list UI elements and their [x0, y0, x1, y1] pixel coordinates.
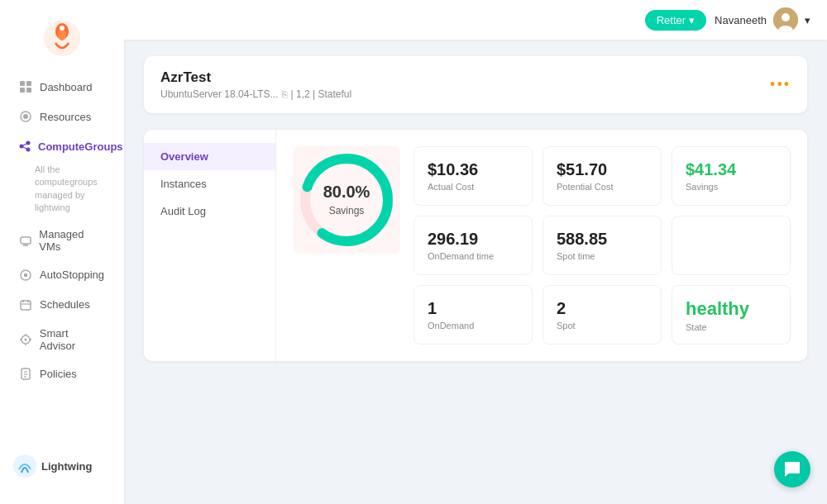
sidebar-item-smart-advisor[interactable]: Smart Advisor: [5, 321, 119, 359]
donut-label: Savings: [329, 205, 365, 216]
resource-card: AzrTest UbuntuServer 18.04-LTS... ⎘ | 1,…: [144, 56, 807, 113]
chat-icon: [783, 460, 801, 478]
ondemand-time-label: OnDemand time: [428, 251, 519, 261]
svg-point-36: [782, 13, 790, 21]
sidebar-footer: Lightwing: [0, 441, 124, 491]
resource-subtitle-text: UbuntuServer 18.04-LTS...: [160, 88, 279, 100]
sidebar-item-managed-vms-label: Managed VMs: [39, 228, 106, 253]
spot-time-label: Spot time: [557, 251, 648, 261]
svg-rect-4: [20, 81, 25, 86]
sidebar-item-resources[interactable]: Resources: [5, 102, 119, 131]
actual-cost-label: Actual Cost: [428, 182, 519, 192]
retter-button-label: Retter: [657, 14, 686, 26]
svg-rect-15: [21, 237, 31, 244]
dashboard-icon: [18, 79, 33, 94]
svg-rect-6: [20, 88, 25, 93]
sidebar-item-managed-vms[interactable]: Managed VMs: [5, 221, 119, 259]
schedules-icon: [18, 297, 33, 312]
compute-groups-subtitle: All the computegroups managed by lightwi…: [0, 162, 124, 220]
app-logo-icon: [44, 20, 80, 56]
sidebar-item-policies[interactable]: Policies: [5, 360, 119, 388]
stats-grid: $10.36 Actual Cost $51.70 Potential Cost…: [414, 146, 791, 345]
chat-button[interactable]: [774, 451, 810, 487]
stat-ondemand: 1 OnDemand: [414, 285, 533, 345]
ondemand-label: OnDemand: [428, 321, 519, 330]
svg-rect-20: [21, 301, 31, 310]
svg-point-9: [23, 114, 28, 119]
user-name: Navaneeth: [715, 14, 767, 26]
ondemand-time-value: 296.19: [428, 230, 519, 249]
overview-container: Overview Instances Audit Log: [144, 130, 807, 361]
stat-ondemand-time: 296.19 OnDemand time: [414, 216, 533, 275]
sidebar-item-schedules-label: Schedules: [40, 298, 90, 311]
policies-icon: [18, 367, 33, 382]
sidebar-item-compute-groups-label: ComputeGroups: [38, 140, 123, 153]
sidebar-item-resources-label: Resources: [40, 111, 91, 123]
svg-point-3: [60, 26, 65, 31]
resource-meta: | 1,2 | Stateful: [291, 88, 352, 100]
ondemand-value: 1: [428, 299, 519, 318]
savings-donut-chart: 80.0% Savings: [293, 146, 400, 254]
stat-empty: [672, 216, 791, 275]
overview-nav-instances[interactable]: Instances: [144, 170, 275, 197]
sidebar-item-policies-label: Policies: [40, 368, 77, 380]
lightwing-logo-icon: [13, 454, 36, 478]
avatar-image: [773, 7, 798, 32]
user-chevron-icon: ▾: [805, 14, 810, 26]
svg-point-25: [24, 338, 26, 340]
topbar: Retter ▾ Navaneeth ▾: [124, 0, 827, 40]
sidebar-item-smart-advisor-label: Smart Advisor: [40, 327, 106, 352]
sidebar-item-autostopping-label: AutoStopping: [40, 269, 104, 281]
user-menu[interactable]: Navaneeth ▾: [715, 7, 810, 32]
stat-potential-cost: $51.70 Potential Cost: [543, 146, 662, 206]
retter-chevron-icon: ▾: [689, 14, 695, 26]
overview-nav-overview-label: Overview: [160, 150, 208, 163]
resource-info: AzrTest UbuntuServer 18.04-LTS... ⎘ | 1,…: [160, 69, 351, 100]
resource-subtitle: UbuntuServer 18.04-LTS... ⎘ | 1,2 | Stat…: [160, 88, 351, 100]
sidebar-item-dashboard-label: Dashboard: [40, 81, 93, 93]
savings-value: $41.34: [686, 160, 777, 179]
page-content: AzrTest UbuntuServer 18.04-LTS... ⎘ | 1,…: [124, 40, 827, 504]
lightwing-text: Lightwing: [41, 460, 92, 473]
overview-nav-overview[interactable]: Overview: [144, 143, 275, 170]
sidebar-item-dashboard[interactable]: Dashboard: [5, 73, 119, 101]
resource-menu-button[interactable]: •••: [770, 76, 791, 93]
sidebar-item-compute-groups[interactable]: ComputeGroups: [5, 132, 119, 160]
svg-point-34: [13, 454, 36, 478]
donut-percent: 80.0%: [323, 182, 370, 202]
overview-sidebar-nav: Overview Instances Audit Log: [144, 130, 276, 361]
donut-center: 80.0% Savings: [323, 182, 370, 217]
spot-time-value: 588.85: [557, 230, 648, 249]
svg-rect-19: [24, 273, 27, 277]
spot-label: Spot: [557, 321, 648, 330]
savings-label: Savings: [686, 182, 777, 192]
sidebar: Dashboard Resources Compu: [0, 0, 124, 504]
stat-spot: 2 Spot: [543, 285, 662, 345]
svg-point-2: [58, 29, 66, 40]
overview-nav-instances-label: Instances: [160, 178, 207, 190]
potential-cost-value: $51.70: [557, 160, 648, 179]
overview-nav-audit-log[interactable]: Audit Log: [144, 197, 275, 225]
stat-spot-time: 588.85 Spot time: [543, 216, 662, 275]
compute-groups-icon: [18, 139, 31, 154]
svg-rect-7: [26, 88, 31, 93]
stat-savings: $41.34 Savings: [672, 146, 791, 206]
sidebar-item-autostopping[interactable]: AutoStopping: [5, 261, 119, 289]
managed-vms-icon: [18, 233, 32, 248]
copy-icon[interactable]: ⎘: [282, 89, 288, 99]
user-avatar: [773, 7, 798, 32]
sidebar-item-schedules[interactable]: Schedules: [5, 291, 119, 319]
sidebar-navigation: Dashboard Resources Compu: [0, 73, 124, 441]
lightwing-logo: Lightwing: [13, 454, 92, 478]
sidebar-logo-container: [0, 13, 124, 73]
resources-icon: [18, 109, 33, 124]
overview-main: 80.0% Savings $10.36 Actual Cost $51.70 …: [276, 130, 807, 361]
retter-button[interactable]: Retter ▾: [645, 10, 706, 31]
stat-actual-cost: $10.36 Actual Cost: [414, 146, 533, 206]
state-label: State: [686, 322, 777, 332]
resource-title: AzrTest: [160, 69, 351, 86]
svg-rect-5: [26, 81, 31, 86]
spot-value: 2: [557, 299, 648, 318]
potential-cost-label: Potential Cost: [557, 182, 648, 192]
actual-cost-value: $10.36: [428, 160, 519, 179]
